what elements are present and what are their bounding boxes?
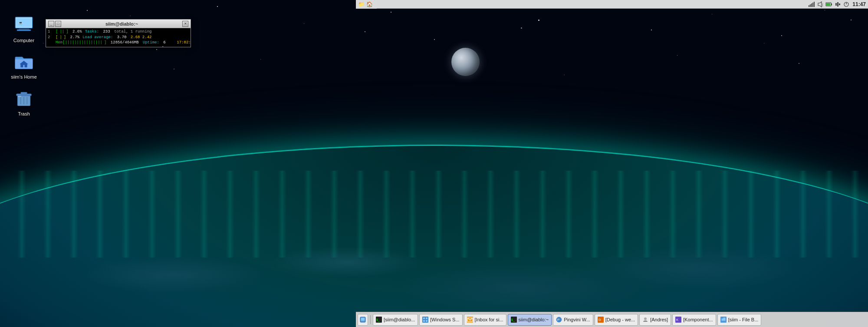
svg-rect-12: [839, 3, 840, 5]
home-desktop-icon[interactable]: siim's Home: [9, 50, 39, 82]
home-icon-img: [13, 51, 34, 72]
svg-rect-10: [835, 3, 837, 6]
svg-text:💻: 💻: [19, 21, 23, 25]
svg-point-47: [644, 317, 647, 320]
svg-rect-36: [426, 317, 427, 319]
svg-rect-18: [17, 30, 31, 31]
taskbar-button-siim-file[interactable]: [siim - File B...: [717, 314, 762, 326]
svg-rect-38: [426, 320, 427, 322]
window-controls[interactable]: _ □: [48, 21, 61, 27]
clock: 11:47: [852, 1, 866, 7]
desktop-icons: 💻 Computer siim's Home: [9, 13, 39, 119]
trash-label: Trash: [18, 111, 30, 117]
taskbar-button-terminal1[interactable]: $_ [siim@diablo...: [373, 314, 418, 326]
svg-rect-3: [812, 3, 813, 7]
moon: [451, 48, 480, 76]
trash-desktop-icon[interactable]: Trash: [9, 86, 39, 119]
svg-rect-8: [831, 3, 832, 5]
audio-icon: )): [817, 1, 824, 7]
svg-rect-2: [811, 3, 812, 7]
svg-text:K: K: [676, 318, 679, 322]
svg-rect-30: [361, 318, 365, 321]
taskbar-button-inbox[interactable]: [Inbox for si...: [464, 314, 506, 326]
svg-rect-1: [810, 4, 811, 7]
taskbar-separator-1: [370, 315, 371, 324]
svg-marker-5: [818, 2, 822, 7]
svg-rect-9: [826, 3, 830, 6]
terminal-window: _ □ siim@diablo:~ ✕ 1 [ || ] 2.6% Tasks:…: [46, 19, 191, 47]
taskbar-button-pingvini[interactable]: P Pingvini W...: [553, 314, 593, 326]
svg-rect-28: [18, 96, 21, 97]
home-label: siim's Home: [11, 74, 37, 80]
show-desktop-button[interactable]: [358, 314, 368, 326]
minimize-button[interactable]: _: [48, 21, 54, 27]
svg-rect-35: [423, 317, 425, 319]
svg-text:P: P: [557, 318, 559, 322]
computer-label: Computer: [13, 37, 34, 43]
systray: )): [808, 1, 850, 7]
trash-icon-img: [13, 88, 34, 109]
terminal-content: 1 [ || ] 2.6% Tasks: 233 total, 1 runnin…: [46, 28, 191, 47]
close-controls[interactable]: ✕: [182, 21, 188, 27]
maximize-button[interactable]: □: [55, 21, 61, 27]
svg-rect-4: [814, 2, 815, 7]
terminal-titlebar: _ □ siim@diablo:~ ✕: [46, 20, 191, 28]
taskbar-button-andres[interactable]: [Andres]: [639, 314, 671, 326]
svg-text:$_: $_: [511, 318, 515, 322]
computer-icon-img: 💻: [13, 15, 34, 36]
svg-rect-31: [361, 321, 365, 322]
desktop: [0, 0, 868, 327]
folder-icon: 📁: [358, 1, 365, 7]
volume-icon: [834, 1, 841, 7]
terminal-title: siim@diablo:~: [61, 21, 182, 26]
svg-rect-11: [837, 2, 838, 7]
taskbar-button-komponent[interactable]: K [Komponent...: [672, 314, 716, 326]
network-icon: [808, 1, 815, 7]
computer-icon[interactable]: 💻 Computer: [9, 13, 39, 45]
svg-rect-24: [21, 92, 27, 94]
svg-rect-17: [19, 28, 29, 30]
taskbar-button-terminal2[interactable]: $_ siim@diablo:~: [508, 314, 552, 326]
svg-rect-37: [423, 320, 425, 322]
battery-icon: [825, 1, 832, 7]
taskbar-button-debug[interactable]: D [Debug - we...: [595, 314, 638, 326]
file-manager-stub: 📁 🏠: [356, 0, 377, 9]
taskbar-button-windows[interactable]: [Windows S...: [419, 314, 462, 326]
svg-text:$_: $_: [376, 318, 380, 322]
taskbar: $_ [siim@diablo... [Windows S... [Inbox …: [356, 312, 868, 327]
power-icon: [843, 1, 850, 7]
svg-text:D: D: [598, 318, 601, 322]
home-icon-small: 🏠: [366, 1, 373, 7]
top-panel: )) 11:47: [356, 0, 868, 9]
svg-rect-0: [809, 5, 809, 7]
planet-clouds: [0, 197, 868, 327]
svg-text:)): )): [822, 3, 823, 7]
close-button[interactable]: ✕: [182, 21, 188, 27]
